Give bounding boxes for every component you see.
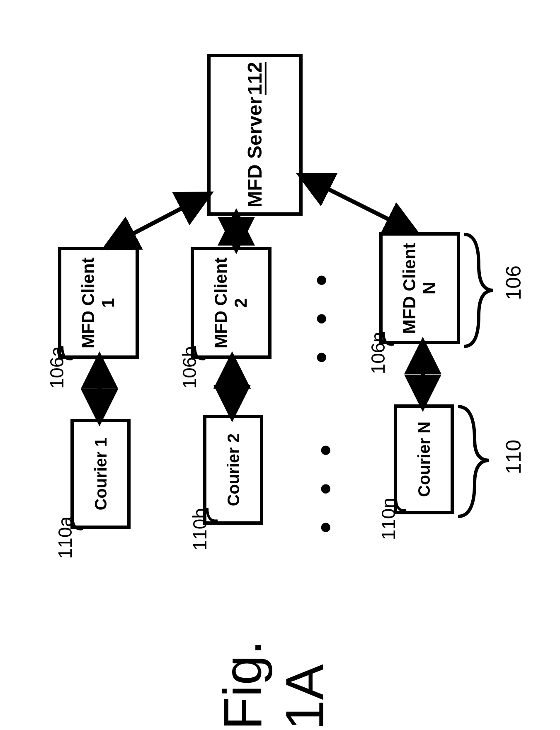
svg-line-0 <box>108 195 207 247</box>
client-1-label: MFD Client 1 <box>78 257 118 348</box>
server-ref: 112 <box>244 62 266 95</box>
mfd-client-2-box: MFD Client 2 <box>191 247 272 359</box>
courier-2-box: Courier 2 <box>203 415 263 525</box>
ref-110-group: 110 <box>502 440 526 474</box>
mfd-server-box: MFD Server 112 <box>207 54 303 216</box>
courier-1-box: Courier 1 <box>70 419 131 529</box>
diagram-canvas: MFD Server 112 MFD Client 1 MFD Client 2… <box>0 0 560 730</box>
client-2-label: MFD Client 2 <box>211 257 250 348</box>
courier-n-label: Courier N <box>415 421 433 497</box>
couriers-ellipsis: • • • <box>307 436 344 533</box>
svg-line-2 <box>303 176 415 232</box>
courier-n-box: Courier N <box>394 404 454 514</box>
ref-110n: 110n <box>377 498 400 540</box>
ref-106-group: 106 <box>502 265 526 300</box>
ref-106b: 106b <box>178 346 201 389</box>
server-title: MFD Server <box>244 97 266 208</box>
mfd-client-1-box: MFD Client 1 <box>58 247 139 359</box>
ref-106n: 106n <box>367 332 389 374</box>
courier-1-label: Courier 1 <box>92 438 110 511</box>
figure-label: Fig. 1A <box>211 614 336 730</box>
mfd-client-n-box: MFD Client N <box>379 232 460 344</box>
client-n-label: MFD Client N <box>400 243 439 333</box>
ref-110a: 110a <box>54 516 76 559</box>
clients-ellipsis: • • • <box>303 265 340 363</box>
courier-2-label: Courier 2 <box>224 433 242 506</box>
ref-110b: 110b <box>189 508 211 550</box>
ref-106a: 106a <box>46 346 68 389</box>
